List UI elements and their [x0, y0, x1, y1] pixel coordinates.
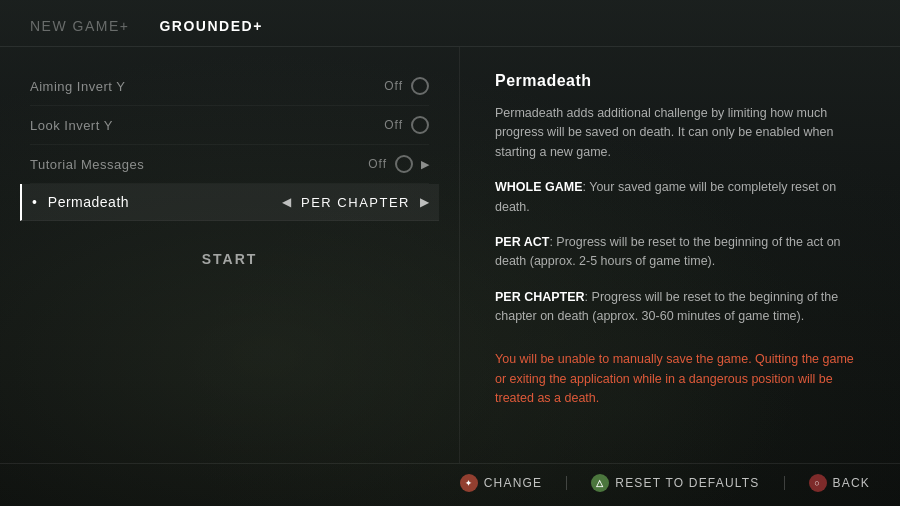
info-option-per-act: PER ACT: Progress will be reset to the b… — [495, 233, 865, 272]
footer-action-reset[interactable]: △ RESET TO DEFAULTS — [591, 474, 759, 492]
setting-look-invert-y[interactable]: Look Invert Y Off — [30, 106, 429, 145]
permadeath-arrow-left[interactable]: ◀ — [282, 195, 291, 209]
tab-grounded-plus[interactable]: GROUNDED+ — [159, 18, 262, 34]
info-warning: You will be unable to manually save the … — [495, 350, 865, 408]
circle-icon: ○ — [809, 474, 827, 492]
left-panel: Aiming Invert Y Off Look Invert Y Off — [0, 47, 460, 463]
permadeath-value: PER CHAPTER — [301, 195, 410, 210]
tab-new-game-plus[interactable]: NEW GAME+ — [30, 18, 129, 34]
option-key-whole-game: WHOLE GAME — [495, 180, 583, 194]
info-option-per-chapter: PER CHAPTER: Progress will be reset to t… — [495, 288, 865, 327]
forward-arrow-tutorial: ▶ — [421, 158, 429, 171]
toggle-aiming-invert-y[interactable]: Off — [384, 77, 429, 95]
settings-list: Aiming Invert Y Off Look Invert Y Off — [30, 67, 429, 221]
option-key-per-act: PER ACT — [495, 235, 549, 249]
toggle-label-look: Off — [384, 118, 403, 132]
setting-permadeath[interactable]: • Permadeath ◀ PER CHAPTER ▶ — [20, 184, 439, 221]
setting-name-tutorial: Tutorial Messages — [30, 157, 144, 172]
info-description: Permadeath adds additional challenge by … — [495, 104, 865, 162]
footer: ✦ CHANGE △ RESET TO DEFAULTS ○ BACK — [0, 463, 900, 506]
start-button[interactable]: START — [30, 251, 429, 267]
footer-divider-2 — [784, 476, 785, 490]
toggle-dot-look — [411, 116, 429, 134]
back-label: BACK — [833, 476, 870, 490]
toggle-look-invert-y[interactable]: Off — [384, 116, 429, 134]
setting-name-aiming-invert-y: Aiming Invert Y — [30, 79, 125, 94]
cross-icon: ✦ — [460, 474, 478, 492]
footer-divider-1 — [566, 476, 567, 490]
toggle-tutorial[interactable]: Off ▶ — [368, 155, 429, 173]
permadeath-arrow-right[interactable]: ▶ — [420, 195, 429, 209]
setting-name-permadeath: • Permadeath — [32, 194, 129, 210]
change-label: CHANGE — [484, 476, 543, 490]
info-title: Permadeath — [495, 72, 865, 90]
header: NEW GAME+ GROUNDED+ — [0, 0, 900, 47]
triangle-icon: △ — [591, 474, 609, 492]
bullet-permadeath: • — [32, 194, 37, 210]
footer-action-change[interactable]: ✦ CHANGE — [460, 474, 543, 492]
setting-aiming-invert-y[interactable]: Aiming Invert Y Off — [30, 67, 429, 106]
permadeath-selector[interactable]: ◀ PER CHAPTER ▶ — [282, 195, 429, 210]
reset-label: RESET TO DEFAULTS — [615, 476, 759, 490]
option-key-per-chapter: PER CHAPTER — [495, 290, 585, 304]
toggle-label-tutorial: Off — [368, 157, 387, 171]
info-option-whole-game: WHOLE GAME: Your saved game will be comp… — [495, 178, 865, 217]
toggle-label-aiming: Off — [384, 79, 403, 93]
right-panel: Permadeath Permadeath adds additional ch… — [460, 47, 900, 463]
setting-tutorial-messages[interactable]: Tutorial Messages Off ▶ — [30, 145, 429, 184]
footer-action-back[interactable]: ○ BACK — [809, 474, 870, 492]
toggle-dot-tutorial — [395, 155, 413, 173]
toggle-dot-aiming — [411, 77, 429, 95]
setting-name-look-invert-y: Look Invert Y — [30, 118, 113, 133]
main-content: Aiming Invert Y Off Look Invert Y Off — [0, 47, 900, 463]
